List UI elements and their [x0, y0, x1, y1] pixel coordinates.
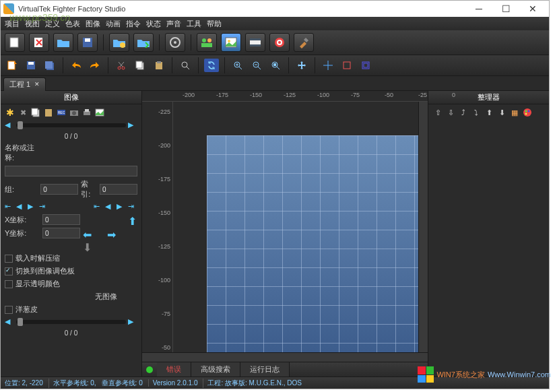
slider2[interactable] [16, 320, 126, 324]
export-button[interactable] [133, 33, 154, 52]
delete-button[interactable] [29, 33, 49, 52]
menu-define[interactable]: 定义 [45, 19, 60, 29]
save-button[interactable] [77, 33, 98, 52]
tools-button[interactable] [294, 33, 314, 52]
copy2-icon[interactable] [30, 107, 41, 118]
import-button[interactable] [109, 33, 129, 52]
menu-sound[interactable]: 声音 [166, 19, 181, 29]
image-button[interactable] [221, 33, 241, 52]
svg-point-17 [278, 41, 281, 44]
minimize-button[interactable]: ─ [465, 3, 492, 14]
print-icon[interactable] [81, 107, 92, 118]
menu-anim[interactable]: 动画 [106, 19, 121, 29]
menu-tool[interactable]: 工具 [187, 19, 201, 29]
tab-close-icon[interactable]: ✕ [34, 81, 40, 88]
svg-point-8 [207, 38, 211, 42]
zoom-reset-icon[interactable] [178, 59, 193, 72]
slider2-left[interactable]: ◀ [5, 317, 14, 327]
zoomin-icon[interactable] [230, 59, 245, 72]
org-bottom-icon[interactable]: ⤵ [471, 107, 482, 118]
close-button[interactable]: ✕ [519, 3, 546, 14]
chk-palette[interactable] [5, 267, 13, 275]
canvas[interactable] [173, 102, 418, 352]
saveall-icon[interactable] [42, 59, 57, 72]
menu-help[interactable]: 帮助 [207, 19, 222, 29]
svg-point-49 [528, 110, 530, 112]
chk-decompress[interactable] [5, 255, 13, 263]
cut-icon[interactable] [114, 59, 129, 72]
paste2-icon[interactable] [43, 107, 54, 118]
crosshair-icon[interactable] [321, 59, 335, 72]
slider1[interactable] [16, 123, 126, 127]
rec-icon[interactable]: REC [56, 107, 67, 118]
first-icon[interactable]: ⇤ [5, 202, 14, 211]
project-tab[interactable]: 工程 1 ✕ [3, 77, 46, 91]
name-input[interactable] [5, 166, 137, 176]
slider1-left[interactable]: ◀ [5, 121, 14, 130]
menu-state[interactable]: 状态 [146, 19, 161, 29]
chk-transparent[interactable] [5, 280, 13, 288]
prev-icon[interactable]: ◀ [16, 202, 26, 211]
first2-icon[interactable]: ⇤ [94, 202, 103, 211]
film-button[interactable] [245, 33, 265, 52]
rect1-icon[interactable] [339, 59, 354, 72]
settings-button[interactable] [165, 33, 185, 52]
next2-icon[interactable]: ▶ [117, 202, 126, 211]
move-icon[interactable] [294, 59, 309, 72]
target-button[interactable] [269, 33, 290, 52]
remove-icon[interactable]: ✖ [18, 107, 28, 118]
redo-icon[interactable] [88, 59, 102, 72]
pic-icon[interactable] [94, 107, 105, 118]
index-input[interactable] [100, 184, 137, 195]
down-arrow-icon[interactable]: ⬇ [83, 241, 92, 251]
maximize-button[interactable]: ☐ [492, 3, 519, 14]
slider1-right[interactable]: ▶ [128, 121, 137, 130]
up-arrow-icon[interactable]: ⬆ [128, 215, 137, 224]
zoomfit-icon[interactable] [268, 59, 283, 72]
left-arrow-icon[interactable]: ⬅ [83, 228, 92, 238]
sync-icon[interactable] [204, 59, 219, 72]
org-up-icon[interactable]: ⇧ [432, 107, 443, 118]
users-button[interactable] [197, 33, 217, 52]
menu-project[interactable]: 项目 [5, 19, 20, 29]
ycoord-input[interactable] [42, 228, 80, 238]
open-button[interactable] [53, 33, 73, 52]
tab-search[interactable]: 高级搜索 [191, 362, 240, 377]
sparkle-icon[interactable]: ✱ [5, 107, 15, 118]
org-down2-icon[interactable]: ⬇ [496, 107, 507, 118]
last2-icon[interactable]: ⇥ [128, 202, 137, 211]
status-dot [146, 366, 153, 373]
slider2-right[interactable]: ▶ [128, 317, 137, 327]
vertical-scrollbar[interactable] [418, 102, 428, 352]
right-arrow-icon[interactable]: ➡ [107, 228, 117, 238]
chk-onion[interactable] [5, 306, 13, 314]
tab-log[interactable]: 运行日志 [240, 362, 290, 377]
group-input[interactable] [40, 184, 78, 195]
slider2-label: 0 / 0 [5, 329, 137, 337]
svg-point-50 [525, 113, 527, 115]
horizontal-scrollbar[interactable] [142, 352, 428, 362]
next-icon[interactable]: ▶ [28, 202, 37, 211]
org-down-icon[interactable]: ⇩ [445, 107, 456, 118]
menu-palette[interactable]: 色表 [65, 19, 80, 29]
org-sort-icon[interactable]: ▦ [509, 107, 520, 118]
prev2-icon[interactable]: ◀ [105, 202, 115, 211]
org-top-icon[interactable]: ⤴ [458, 107, 469, 118]
last-icon[interactable]: ⇥ [39, 202, 48, 211]
newdoc-icon[interactable] [5, 59, 20, 72]
rect2-icon[interactable] [358, 59, 373, 72]
zoomout-icon[interactable] [249, 59, 264, 72]
menu-view[interactable]: 视图 [25, 19, 40, 29]
paste-icon[interactable] [152, 59, 166, 72]
tab-error[interactable]: 错误 [157, 362, 191, 377]
savedoc-icon[interactable] [24, 59, 38, 72]
undo-icon[interactable] [69, 59, 84, 72]
copy-icon[interactable] [133, 59, 148, 72]
org-palette-icon[interactable] [522, 107, 533, 118]
menu-command[interactable]: 指令 [126, 19, 141, 29]
new-button[interactable] [5, 33, 25, 52]
cam-icon[interactable] [69, 107, 79, 118]
xcoord-input[interactable] [42, 214, 80, 225]
org-up2-icon[interactable]: ⬆ [484, 107, 494, 118]
menu-image[interactable]: 图像 [86, 19, 100, 29]
